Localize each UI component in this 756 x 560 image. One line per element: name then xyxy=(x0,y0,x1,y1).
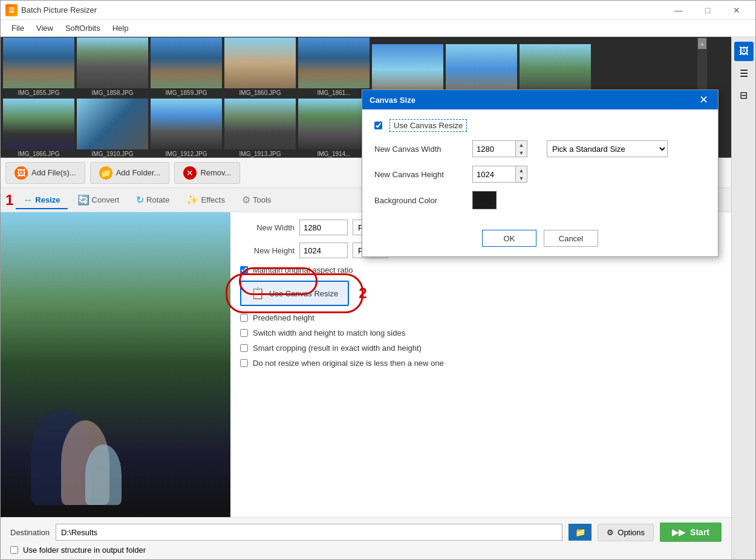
thumb-label: IMG_1861... xyxy=(317,90,350,96)
dialog-height-input-wrap: ▲ ▼ xyxy=(472,166,527,183)
list-item[interactable] xyxy=(446,44,517,96)
thumb-row-1: IMG_1855.JPG IMG_1858.JPG IMG_1859.JPG xyxy=(3,37,370,96)
options-button[interactable]: ⚙ Options xyxy=(598,524,654,541)
destination-row: Destination 📁 ⚙ Options ▶▶ Start xyxy=(10,523,722,542)
dialog-height-input[interactable] xyxy=(473,166,515,182)
folder-structure-checkbox[interactable] xyxy=(10,546,18,554)
list-item[interactable] xyxy=(520,44,591,96)
maximize-button[interactable]: □ xyxy=(694,1,722,20)
thumb-label: IMG_1913.JPG xyxy=(240,151,281,157)
predefined-height-checkbox[interactable] xyxy=(240,314,248,322)
width-spin-up[interactable]: ▲ xyxy=(516,141,527,149)
thumb-label: IMG_1910.JPG xyxy=(92,151,134,157)
dialog-width-input-wrap: ▲ ▼ xyxy=(472,140,527,157)
dialog-width-input[interactable] xyxy=(473,141,515,157)
height-spin-up[interactable]: ▲ xyxy=(516,166,527,174)
list-item[interactable]: IMG_1861... xyxy=(298,37,370,96)
no-resize-row: Do not resize when original size is less… xyxy=(240,359,722,368)
canvas-resize-row: 📋 Use Canvas Resize 2 xyxy=(240,281,722,306)
tab-effects[interactable]: ✨ Effects xyxy=(179,190,232,209)
menu-file[interactable]: File xyxy=(5,21,30,35)
start-button[interactable]: ▶▶ Start xyxy=(660,523,722,542)
new-width-label: New Width xyxy=(240,223,295,232)
list-item[interactable]: IMG_1858.JPG xyxy=(77,37,148,96)
list-item[interactable]: IMG_1855.JPG xyxy=(3,37,74,96)
dialog-close-button[interactable]: ✕ xyxy=(697,93,711,106)
add-files-button[interactable]: 🖼 Add File(s)... xyxy=(5,162,85,184)
thumb-label: IMG_1860.JPG xyxy=(240,90,281,96)
menu-softorbits[interactable]: SoftOrbits xyxy=(59,21,106,35)
folder-structure-label: Use folder structure in output folder xyxy=(23,545,146,555)
remove-icon: ✕ xyxy=(183,166,197,180)
smart-crop-label: Smart cropping (result in exact width an… xyxy=(253,343,422,353)
partial-row xyxy=(372,44,591,96)
switch-wh-checkbox[interactable] xyxy=(240,329,248,337)
browse-button[interactable]: 📁 xyxy=(569,524,591,541)
remove-button[interactable]: ✕ Remov... xyxy=(174,162,240,184)
dialog-bg-color-swatch[interactable] xyxy=(472,191,497,209)
destination-input[interactable] xyxy=(56,524,562,541)
new-height-input[interactable] xyxy=(299,243,348,258)
maintain-aspect-row: Maintain original aspect ratio xyxy=(240,265,722,275)
list-item[interactable]: IMG_1866.JPG xyxy=(3,99,74,157)
smart-crop-row: Smart cropping (result in exact width an… xyxy=(240,343,722,353)
canvas-resize-btn-wrapper: 📋 Use Canvas Resize xyxy=(240,281,349,306)
folder-structure-row: Use folder structure in output folder xyxy=(10,545,722,555)
canvas-icon: 📋 xyxy=(251,287,264,300)
list-view-button[interactable]: ☰ xyxy=(734,63,754,83)
list-item[interactable]: IMG_1860.JPG xyxy=(224,37,296,96)
list-item[interactable]: IMG_1913.JPG xyxy=(224,99,296,157)
tab-tools[interactable]: ⚙ Tools xyxy=(235,190,278,209)
list-item[interactable]: IMG_1859.JPG xyxy=(151,37,222,96)
use-canvas-resize-button[interactable]: 📋 Use Canvas Resize xyxy=(240,281,349,306)
tab-rotate[interactable]: ↻ Rotate xyxy=(129,190,177,209)
tab-convert[interactable]: 🔄 Convert xyxy=(70,190,127,209)
dialog-height-label: New Canvas Height xyxy=(374,170,465,179)
thumbnail-view-button[interactable]: 🖼 xyxy=(734,42,754,61)
dialog-use-canvas-checkbox[interactable] xyxy=(374,122,382,129)
maintain-aspect-checkbox[interactable] xyxy=(240,266,248,274)
destination-label: Destination xyxy=(10,528,50,537)
list-item[interactable] xyxy=(372,44,443,96)
dialog-titlebar: Canvas Size ✕ xyxy=(362,90,718,109)
dialog-use-canvas-label[interactable]: Use Canvas Resize xyxy=(389,119,467,132)
options-gear-icon: ⚙ xyxy=(607,528,614,537)
dialog-bg-color-row: Background Color xyxy=(374,191,706,209)
thumb-label: IMG_1912.JPG xyxy=(166,151,207,157)
no-resize-checkbox[interactable] xyxy=(240,359,248,367)
right-sidebar: 🖼 ☰ ⊟ xyxy=(731,37,755,559)
list-item[interactable]: IMG_1910.JPG xyxy=(77,99,148,157)
effects-icon: ✨ xyxy=(186,194,198,206)
dialog-width-label: New Canvas Width xyxy=(374,145,465,154)
smart-crop-checkbox[interactable] xyxy=(240,344,248,352)
menu-help[interactable]: Help xyxy=(106,21,135,35)
new-width-input[interactable] xyxy=(299,220,348,235)
grid-view-button[interactable]: ⊟ xyxy=(734,85,754,105)
thumb-label: IMG_1855.JPG xyxy=(18,90,60,96)
list-item[interactable]: IMG_1912.JPG xyxy=(151,99,222,157)
close-button[interactable]: ✕ xyxy=(723,1,751,20)
pick-standard-size-select[interactable]: Pick a Standard Size xyxy=(547,140,668,157)
thumb-row-2: IMG_1866.JPG IMG_1910.JPG IMG_1912.JPG xyxy=(3,99,370,157)
menu-view[interactable]: View xyxy=(30,21,59,35)
height-spin-down[interactable]: ▼ xyxy=(516,174,527,182)
tab-resize[interactable]: ↔ Resize xyxy=(16,191,67,209)
thumbnail-grid: IMG_1855.JPG IMG_1858.JPG IMG_1859.JPG xyxy=(3,37,370,157)
list-item[interactable]: IMG_1914... xyxy=(298,99,370,157)
add-files-icon: 🖼 xyxy=(15,166,28,180)
add-folder-button[interactable]: 📁 Add Folder... xyxy=(90,162,170,184)
app-title: Batch Picture Resizer xyxy=(21,5,665,15)
start-icon: ▶▶ xyxy=(672,527,685,537)
height-spinner: ▲ ▼ xyxy=(515,166,527,182)
dialog-ok-button[interactable]: OK xyxy=(482,230,536,247)
minimize-button[interactable]: — xyxy=(665,1,692,20)
rotate-icon: ↻ xyxy=(136,194,144,206)
preview-image xyxy=(1,212,230,517)
thumb-label: IMG_1866.JPG xyxy=(18,151,60,157)
dialog-body: Use Canvas Resize New Canvas Width ▲ ▼ P… xyxy=(362,109,718,225)
scroll-up-button[interactable]: ▲ xyxy=(698,38,706,49)
width-spin-down[interactable]: ▼ xyxy=(516,149,527,157)
dialog-cancel-button[interactable]: Cancel xyxy=(544,230,598,247)
tools-icon: ⚙ xyxy=(242,194,250,206)
thumb-label: IMG_1859.JPG xyxy=(166,90,207,96)
